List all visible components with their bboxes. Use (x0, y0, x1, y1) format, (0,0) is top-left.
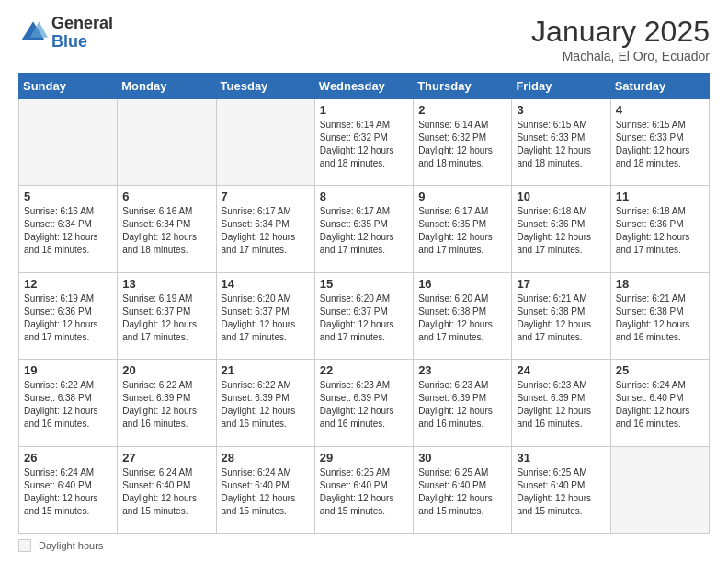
day-cell: 8Sunrise: 6:17 AMSunset: 6:35 PMDaylight… (314, 186, 413, 272)
day-cell (610, 446, 709, 533)
day-cell: 21Sunrise: 6:22 AMSunset: 6:39 PMDayligh… (216, 360, 314, 446)
day-info: Sunrise: 6:25 AMSunset: 6:40 PMDaylight:… (517, 466, 605, 518)
day-info: Sunrise: 6:17 AMSunset: 6:34 PMDaylight:… (222, 205, 310, 257)
calendar-header: SundayMondayTuesdayWednesdayThursdayFrid… (19, 74, 710, 99)
day-number: 2 (418, 103, 506, 117)
day-info: Sunrise: 6:17 AMSunset: 6:35 PMDaylight:… (320, 205, 408, 257)
day-number: 27 (122, 451, 210, 465)
day-number: 1 (320, 103, 408, 117)
week-row-3: 12Sunrise: 6:19 AMSunset: 6:36 PMDayligh… (19, 272, 710, 359)
column-header-friday: Friday (512, 74, 610, 99)
day-number: 9 (418, 190, 506, 203)
day-info: Sunrise: 6:16 AMSunset: 6:34 PMDaylight:… (122, 205, 210, 257)
day-cell: 25Sunrise: 6:24 AMSunset: 6:40 PMDayligh… (610, 360, 709, 446)
column-header-tuesday: Tuesday (216, 74, 314, 99)
day-number: 20 (122, 363, 210, 377)
day-cell: 30Sunrise: 6:25 AMSunset: 6:40 PMDayligh… (414, 446, 512, 533)
day-number: 30 (418, 451, 506, 465)
day-info: Sunrise: 6:21 AMSunset: 6:38 PMDaylight:… (517, 293, 605, 344)
week-row-1: 1Sunrise: 6:14 AMSunset: 6:32 PMDaylight… (19, 99, 710, 186)
day-number: 13 (122, 277, 210, 291)
day-number: 29 (320, 451, 408, 465)
day-cell: 10Sunrise: 6:18 AMSunset: 6:36 PMDayligh… (512, 186, 610, 272)
day-cell: 23Sunrise: 6:23 AMSunset: 6:39 PMDayligh… (414, 360, 512, 446)
day-info: Sunrise: 6:21 AMSunset: 6:38 PMDaylight:… (616, 293, 704, 344)
column-header-saturday: Saturday (610, 74, 709, 99)
column-header-monday: Monday (118, 74, 216, 99)
day-info: Sunrise: 6:15 AMSunset: 6:33 PMDaylight:… (517, 119, 605, 170)
day-cell: 27Sunrise: 6:24 AMSunset: 6:40 PMDayligh… (118, 446, 216, 533)
day-number: 5 (24, 190, 112, 203)
day-cell: 7Sunrise: 6:17 AMSunset: 6:34 PMDaylight… (216, 186, 314, 272)
day-number: 11 (616, 190, 704, 203)
day-cell: 22Sunrise: 6:23 AMSunset: 6:39 PMDayligh… (314, 360, 413, 446)
day-cell: 26Sunrise: 6:24 AMSunset: 6:40 PMDayligh… (19, 446, 118, 533)
calendar-table: SundayMondayTuesdayWednesdayThursdayFrid… (18, 73, 710, 534)
day-cell (118, 99, 216, 186)
day-number: 23 (418, 363, 506, 377)
day-number: 18 (616, 277, 704, 291)
page: General Blue January 2025 Machala, El Or… (0, 0, 728, 563)
logo-general: General (51, 15, 113, 33)
day-cell: 4Sunrise: 6:15 AMSunset: 6:33 PMDaylight… (610, 99, 709, 186)
logo: General Blue (18, 15, 113, 52)
day-info: Sunrise: 6:25 AMSunset: 6:40 PMDaylight:… (418, 466, 506, 518)
day-info: Sunrise: 6:17 AMSunset: 6:35 PMDaylight:… (418, 205, 506, 257)
day-cell: 1Sunrise: 6:14 AMSunset: 6:32 PMDaylight… (314, 99, 413, 186)
logo-text: General Blue (51, 15, 113, 52)
day-number: 6 (122, 190, 210, 203)
day-info: Sunrise: 6:19 AMSunset: 6:37 PMDaylight:… (122, 293, 210, 344)
day-cell: 18Sunrise: 6:21 AMSunset: 6:38 PMDayligh… (610, 272, 709, 359)
day-info: Sunrise: 6:24 AMSunset: 6:40 PMDaylight:… (24, 466, 112, 518)
day-number: 26 (24, 451, 112, 465)
day-number: 25 (616, 363, 704, 377)
header-row: SundayMondayTuesdayWednesdayThursdayFrid… (19, 74, 710, 99)
day-info: Sunrise: 6:16 AMSunset: 6:34 PMDaylight:… (24, 205, 112, 257)
day-cell: 17Sunrise: 6:21 AMSunset: 6:38 PMDayligh… (512, 272, 610, 359)
day-info: Sunrise: 6:22 AMSunset: 6:39 PMDaylight:… (122, 379, 210, 431)
day-cell: 28Sunrise: 6:24 AMSunset: 6:40 PMDayligh… (216, 446, 314, 533)
day-number: 3 (517, 103, 605, 117)
day-info: Sunrise: 6:25 AMSunset: 6:40 PMDaylight:… (320, 466, 408, 518)
day-info: Sunrise: 6:24 AMSunset: 6:40 PMDaylight:… (616, 379, 704, 431)
title-block: January 2025 Machala, El Oro, Ecuador (531, 15, 710, 63)
day-info: Sunrise: 6:20 AMSunset: 6:38 PMDaylight:… (418, 293, 506, 344)
column-header-wednesday: Wednesday (314, 74, 413, 99)
day-cell: 6Sunrise: 6:16 AMSunset: 6:34 PMDaylight… (118, 186, 216, 272)
location-subtitle: Machala, El Oro, Ecuador (531, 49, 710, 63)
day-number: 22 (320, 363, 408, 377)
day-number: 10 (517, 190, 605, 203)
logo-icon (18, 18, 48, 48)
day-info: Sunrise: 6:20 AMSunset: 6:37 PMDaylight:… (320, 293, 408, 344)
day-info: Sunrise: 6:22 AMSunset: 6:38 PMDaylight:… (24, 379, 112, 431)
day-cell (216, 99, 314, 186)
calendar-body: 1Sunrise: 6:14 AMSunset: 6:32 PMDaylight… (19, 99, 710, 534)
day-cell: 13Sunrise: 6:19 AMSunset: 6:37 PMDayligh… (118, 272, 216, 359)
week-row-4: 19Sunrise: 6:22 AMSunset: 6:38 PMDayligh… (19, 360, 710, 446)
day-number: 14 (222, 277, 310, 291)
day-info: Sunrise: 6:19 AMSunset: 6:36 PMDaylight:… (24, 293, 112, 344)
month-title: January 2025 (531, 15, 710, 49)
day-number: 17 (517, 277, 605, 291)
day-info: Sunrise: 6:15 AMSunset: 6:33 PMDaylight:… (616, 119, 704, 170)
day-cell (19, 99, 118, 186)
day-number: 7 (222, 190, 310, 203)
day-cell: 14Sunrise: 6:20 AMSunset: 6:37 PMDayligh… (216, 272, 314, 359)
day-info: Sunrise: 6:18 AMSunset: 6:36 PMDaylight:… (517, 205, 605, 257)
logo-blue: Blue (51, 33, 113, 52)
day-info: Sunrise: 6:24 AMSunset: 6:40 PMDaylight:… (122, 466, 210, 518)
footer: Daylight hours (18, 539, 710, 552)
day-info: Sunrise: 6:23 AMSunset: 6:39 PMDaylight:… (320, 379, 408, 431)
day-cell: 31Sunrise: 6:25 AMSunset: 6:40 PMDayligh… (512, 446, 610, 533)
day-cell: 12Sunrise: 6:19 AMSunset: 6:36 PMDayligh… (19, 272, 118, 359)
day-cell: 29Sunrise: 6:25 AMSunset: 6:40 PMDayligh… (314, 446, 413, 533)
day-cell: 3Sunrise: 6:15 AMSunset: 6:33 PMDaylight… (512, 99, 610, 186)
week-row-5: 26Sunrise: 6:24 AMSunset: 6:40 PMDayligh… (19, 446, 710, 533)
day-cell: 9Sunrise: 6:17 AMSunset: 6:35 PMDaylight… (414, 186, 512, 272)
day-number: 28 (222, 451, 310, 465)
day-info: Sunrise: 6:14 AMSunset: 6:32 PMDaylight:… (418, 119, 506, 170)
day-info: Sunrise: 6:23 AMSunset: 6:39 PMDaylight:… (517, 379, 605, 431)
day-cell: 15Sunrise: 6:20 AMSunset: 6:37 PMDayligh… (314, 272, 413, 359)
day-info: Sunrise: 6:14 AMSunset: 6:32 PMDaylight:… (320, 119, 408, 170)
day-info: Sunrise: 6:22 AMSunset: 6:39 PMDaylight:… (222, 379, 310, 431)
